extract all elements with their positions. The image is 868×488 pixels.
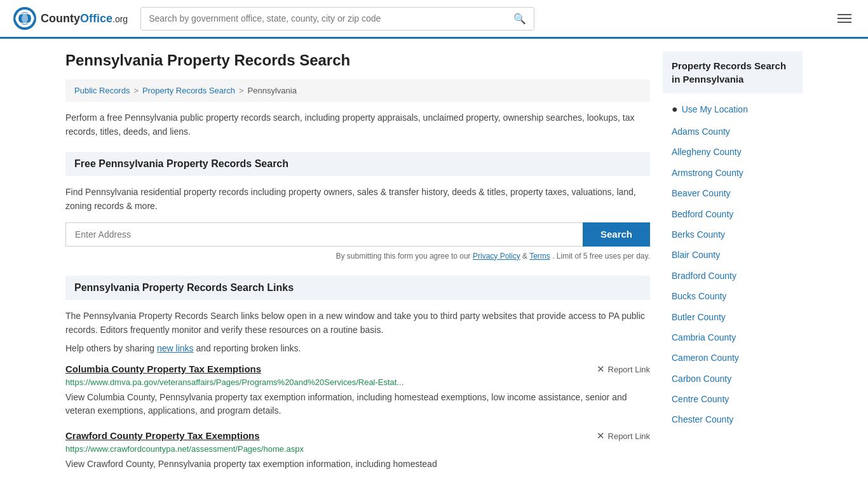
search-description: Find Pennsylvania residential property r…: [65, 185, 650, 214]
link-item-header: Crawford County Property Tax Exemptions …: [65, 430, 650, 442]
intro-text: Perform a free Pennsylvania public prope…: [65, 111, 650, 139]
county-link[interactable]: Bedford County: [663, 204, 803, 224]
link-description: View Crawford County, Pennsylvania prope…: [65, 458, 650, 471]
county-link[interactable]: Centre County: [663, 389, 803, 409]
links-section: Pennsylvania Property Records Search Lin…: [65, 276, 650, 471]
header-search-bar: 🔍: [140, 7, 534, 30]
location-icon: ●: [672, 104, 678, 115]
link-item-header: Columbia County Property Tax Exemptions …: [65, 363, 650, 375]
use-my-location-link[interactable]: ● Use My Location: [663, 100, 803, 119]
link-title[interactable]: Crawford County Property Tax Exemptions: [65, 430, 260, 441]
sidebar-title: Property Records Search in Pennsylvania: [663, 51, 803, 93]
report-icon: ✕: [597, 363, 605, 375]
county-link[interactable]: Chester County: [663, 409, 803, 430]
header-search-button[interactable]: 🔍: [506, 8, 534, 30]
menu-button[interactable]: [834, 8, 855, 29]
link-description: View Columbia County, Pennsylvania prope…: [65, 391, 650, 417]
county-list: Adams CountyAllegheny CountyArmstrong Co…: [663, 121, 803, 430]
link-item: Columbia County Property Tax Exemptions …: [65, 363, 650, 417]
breadcrumb-separator: >: [133, 86, 139, 95]
hamburger-icon: [837, 14, 851, 15]
breadcrumb: Public Records > Property Records Search…: [65, 79, 650, 102]
search-icon: 🔍: [513, 13, 526, 24]
breadcrumb-link-public-records[interactable]: Public Records: [74, 86, 130, 95]
logo[interactable]: CountyOffice.org: [13, 6, 128, 30]
form-disclaimer: By submitting this form you agree to our…: [65, 252, 650, 261]
links-description: The Pennsylvania Property Records Search…: [65, 309, 650, 337]
breadcrumb-link-property-records[interactable]: Property Records Search: [142, 86, 235, 95]
address-search-form: Search: [65, 222, 650, 247]
new-links-link[interactable]: new links: [157, 343, 194, 353]
county-link[interactable]: Carbon County: [663, 369, 803, 389]
report-link-button[interactable]: ✕ Report Link: [597, 363, 650, 375]
link-url[interactable]: https://www.dmva.pa.gov/veteransaffairs/…: [65, 377, 650, 387]
county-link[interactable]: Bucks County: [663, 286, 803, 306]
county-link[interactable]: Blair County: [663, 245, 803, 265]
header-search-input[interactable]: [141, 8, 506, 30]
search-section-header: Free Pennsylvania Property Records Searc…: [65, 152, 650, 176]
sharing-text: Help others by sharing new links and rep…: [65, 343, 650, 353]
report-link-button[interactable]: ✕ Report Link: [597, 430, 650, 442]
links-section-header: Pennsylvania Property Records Search Lin…: [65, 276, 650, 300]
privacy-policy-link[interactable]: Privacy Policy: [473, 252, 520, 261]
county-link[interactable]: Berks County: [663, 224, 803, 245]
hamburger-icon: [837, 18, 851, 19]
page-title: Pennsylvania Property Records Search: [65, 51, 650, 69]
terms-link[interactable]: Terms: [529, 252, 550, 261]
search-submit-button[interactable]: Search: [583, 222, 650, 247]
logo-text: CountyOffice.org: [41, 12, 128, 25]
address-input[interactable]: [65, 222, 583, 247]
link-item: Crawford County Property Tax Exemptions …: [65, 430, 650, 471]
search-section: Free Pennsylvania Property Records Searc…: [65, 152, 650, 261]
logo-icon: [13, 6, 37, 30]
county-link[interactable]: Cameron County: [663, 348, 803, 368]
county-link[interactable]: Butler County: [663, 307, 803, 327]
link-title[interactable]: Columbia County Property Tax Exemptions: [65, 363, 261, 374]
county-link[interactable]: Cambria County: [663, 327, 803, 348]
link-url[interactable]: https://www.crawfordcountypa.net/assessm…: [65, 444, 650, 454]
report-icon: ✕: [597, 430, 605, 442]
county-link[interactable]: Allegheny County: [663, 142, 803, 162]
breadcrumb-current: Pennsylvania: [248, 86, 297, 95]
county-link[interactable]: Armstrong County: [663, 163, 803, 183]
county-link[interactable]: Adams County: [663, 121, 803, 142]
county-link[interactable]: Beaver County: [663, 183, 803, 203]
hamburger-icon: [837, 22, 851, 23]
sidebar: Property Records Search in Pennsylvania …: [663, 51, 803, 484]
county-link[interactable]: Bradford County: [663, 266, 803, 286]
breadcrumb-separator: >: [239, 86, 244, 95]
